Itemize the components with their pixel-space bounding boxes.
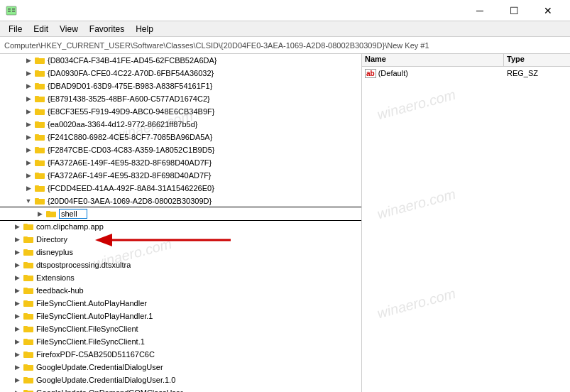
tree-item[interactable]: ▶ {FCDD4EED-41AA-492F-8A84-31A1546226E0} bbox=[0, 182, 361, 195]
tree-item-label: {E8791438-3525-48BF-A600-C577AD1674C2} bbox=[48, 94, 210, 103]
tree-item[interactable]: ▶ GoogleUpdate.OnDemandCOMClassUser bbox=[0, 386, 361, 392]
svg-rect-34 bbox=[35, 173, 45, 178]
maximize-button[interactable]: ☐ bbox=[498, 0, 530, 21]
tree-item[interactable]: ▶ feedback-hub bbox=[0, 284, 361, 297]
tree-item[interactable]: ▶ disneyplus bbox=[0, 246, 361, 258]
svg-rect-70 bbox=[23, 327, 33, 332]
svg-rect-52 bbox=[23, 250, 33, 255]
watermark-r1: winaero.com bbox=[376, 87, 457, 124]
tree-expand-btn[interactable]: ▶ bbox=[11, 323, 23, 334]
tree-item[interactable]: ▶ {DBAD9D01-63D9-475E-B983-A838F54161F1} bbox=[0, 80, 361, 92]
minimize-button[interactable]: ─ bbox=[464, 0, 496, 21]
tree-expand-btn[interactable]: ▶ bbox=[23, 170, 34, 181]
folder-icon bbox=[23, 349, 34, 359]
tree-item[interactable]: ▶ {F241C880-6982-4CE5-8CF7-7085BA96DA5A} bbox=[0, 131, 361, 143]
tree-item[interactable]: ▶ {E8791438-3525-48BF-A600-C577AD1674C2} bbox=[0, 92, 361, 105]
menu-item-help[interactable]: Help bbox=[130, 23, 159, 36]
tree-item[interactable]: ▶ {F2847CBE-CD03-4C83-A359-1A8052C1B9D5} bbox=[0, 143, 361, 156]
tree-expand-btn[interactable]: ▶ bbox=[11, 259, 23, 271]
svg-rect-58 bbox=[23, 276, 33, 281]
tree-item[interactable]: ▼ {20D04FE0-3AEA-1069-A2D8-08002B30309D} bbox=[0, 195, 361, 207]
svg-rect-7 bbox=[35, 58, 45, 63]
tree-expand-btn[interactable]: ▶ bbox=[23, 93, 34, 104]
tree-item[interactable]: ▶ {FA372A6E-149F-4E95-832D-8F698D40AD7F} bbox=[0, 156, 361, 169]
tree-expand-btn[interactable]: ▶ bbox=[23, 183, 34, 194]
tree-item[interactable]: ▶ Extensions bbox=[0, 271, 361, 284]
tree-expand-btn[interactable]: ▶ bbox=[11, 234, 23, 245]
tree-item[interactable]: ▶ GoogleUpdate.CredentialDialogUser bbox=[0, 361, 361, 374]
tree-item[interactable]: ▶ dtspostprocessing.dtsxultra bbox=[0, 258, 361, 271]
close-button[interactable]: ✕ bbox=[532, 0, 564, 21]
tree-expand-btn[interactable]: ▶ bbox=[34, 208, 45, 219]
tree-item[interactable]: ▶ com.clipchamp.app bbox=[0, 220, 361, 233]
menu-item-edit[interactable]: Edit bbox=[28, 23, 54, 36]
folder-icon bbox=[23, 311, 34, 321]
folder-icon bbox=[23, 362, 34, 372]
right-pane: Name Type ab (Default) REG_SZ winaero.co… bbox=[362, 54, 570, 392]
tree-item[interactable]: ▶ FirefoxPDF-C5AB250D51167C6C bbox=[0, 348, 361, 361]
folder-icon bbox=[23, 273, 34, 283]
tree-expand-btn[interactable]: ▶ bbox=[11, 272, 23, 283]
svg-rect-55 bbox=[23, 263, 33, 268]
tree-expand-btn[interactable]: ▶ bbox=[23, 80, 34, 92]
folder-icon bbox=[23, 337, 34, 347]
tree-item[interactable]: ▶ {DA0930FA-CFE0-4C22-A70D-6FBF54A36032} bbox=[0, 67, 361, 80]
tree-expand-btn[interactable]: ▶ bbox=[11, 310, 23, 322]
tree-expand-btn[interactable]: ▶ bbox=[23, 157, 34, 168]
tree-item[interactable]: ▶ GoogleUpdate.CredentialDialogUser.1.0 bbox=[0, 374, 361, 386]
tree-item-label: FileSyncClient.AutoPlayHandler.1 bbox=[36, 312, 153, 320]
menu-item-view[interactable]: View bbox=[54, 23, 84, 36]
tree-expand-btn[interactable]: ▶ bbox=[23, 131, 34, 143]
svg-rect-73 bbox=[23, 339, 33, 344]
tree-item-label: {F2847CBE-CD03-4C83-A359-1A8052C1B9D5} bbox=[48, 146, 214, 154]
svg-rect-4 bbox=[12, 11, 15, 12]
tree-expand-btn[interactable]: ▶ bbox=[23, 119, 34, 130]
tree-item[interactable]: ▶ {E8CF3E55-F919-49D9-ABC0-948E6CB34B9F} bbox=[0, 105, 361, 118]
tree-expand-btn[interactable]: ▼ bbox=[23, 195, 34, 207]
tree-expand-btn[interactable]: ▶ bbox=[11, 221, 23, 232]
tree-expand-btn[interactable]: ▶ bbox=[11, 387, 23, 392]
folder-icon bbox=[23, 298, 34, 308]
tree-expand-btn[interactable]: ▶ bbox=[11, 349, 23, 360]
tree-expand-btn[interactable]: ▶ bbox=[11, 298, 23, 309]
registry-row-default[interactable]: ab (Default) REG_SZ bbox=[362, 67, 570, 80]
tree-item[interactable]: ▶ FileSyncClient.AutoPlayHandler.1 bbox=[0, 310, 361, 322]
folder-icon bbox=[23, 285, 34, 295]
tree-item[interactable]: ▶ {ea0020aa-3364-4d12-9772-86621ff87b5d} bbox=[0, 118, 361, 131]
svg-rect-64 bbox=[23, 301, 33, 306]
tree-expand-btn[interactable]: ▶ bbox=[11, 285, 23, 296]
tree-expand-btn[interactable]: ▶ bbox=[23, 67, 34, 79]
tree-expand-btn[interactable]: ▶ bbox=[11, 361, 23, 373]
menu-item-file[interactable]: File bbox=[3, 23, 28, 36]
tree-item[interactable]: ▶ Directory bbox=[0, 233, 361, 246]
tree-item[interactable]: ▶ FileSyncClient.AutoPlayHandler bbox=[0, 297, 361, 310]
tree-expand-btn[interactable]: ▶ bbox=[11, 336, 23, 347]
tree-item-label: GoogleUpdate.CredentialDialogUser bbox=[36, 363, 163, 371]
folder-icon bbox=[23, 388, 34, 392]
tree-item-label: com.clipchamp.app bbox=[36, 222, 104, 231]
svg-rect-82 bbox=[23, 378, 33, 383]
tree-item-label: feedback-hub bbox=[36, 286, 84, 295]
tree-expand-btn[interactable]: ▶ bbox=[11, 246, 23, 258]
tree-item[interactable]: ▶ shell bbox=[0, 207, 361, 220]
svg-rect-37 bbox=[35, 186, 45, 191]
tree-item-label-edit[interactable]: shell bbox=[59, 209, 87, 219]
svg-rect-46 bbox=[23, 224, 33, 229]
tree-item[interactable]: ▶ {FA372A6F-149F-4E95-832D-8F698D40AD7F} bbox=[0, 169, 361, 182]
tree-expand-btn[interactable]: ▶ bbox=[23, 144, 34, 156]
folder-icon bbox=[34, 119, 45, 129]
tree-item-label: {FA372A6E-149F-4E95-832D-8F698D40AD7F} bbox=[48, 158, 212, 167]
tree-item[interactable]: ▶ FileSyncClient.FileSyncClient bbox=[0, 322, 361, 335]
tree-expand-btn[interactable]: ▶ bbox=[23, 106, 34, 117]
tree-expand-btn[interactable]: ▶ bbox=[11, 374, 23, 386]
tree-expand-btn[interactable]: ▶ bbox=[23, 55, 34, 66]
svg-rect-61 bbox=[23, 288, 33, 293]
tree-pane[interactable]: winaero.com winaero.com ▶ {D8034CFA-F34B… bbox=[0, 54, 362, 392]
watermark-r2: winaero.com bbox=[376, 186, 457, 223]
address-label: Computer\HKEY_CURRENT_USER\Software\Clas… bbox=[4, 41, 429, 50]
tree-item[interactable]: ▶ FileSyncClient.FileSyncClient.1 bbox=[0, 335, 361, 348]
svg-rect-16 bbox=[35, 97, 45, 102]
svg-rect-79 bbox=[23, 365, 33, 370]
menu-item-favorites[interactable]: Favorites bbox=[84, 23, 130, 36]
tree-item[interactable]: ▶ {D8034CFA-F34B-41FE-AD45-62FCBB52A6DA} bbox=[0, 54, 361, 67]
